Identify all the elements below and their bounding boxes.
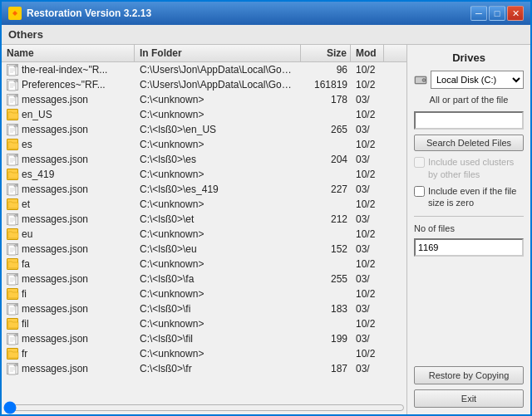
cell-modified: 10/2 (351, 317, 384, 330)
cell-modified: 03/ (351, 93, 384, 106)
table-row[interactable]: messages.jsonC:\<lsß0>\en_US26503/ (2, 122, 406, 137)
cell-size (301, 323, 351, 325)
drives-title: Drives (414, 51, 524, 64)
cell-name-text: the-real-index~"R... (22, 64, 107, 76)
cell-size (301, 203, 351, 205)
cell-size (301, 293, 351, 295)
cell-folder: C:\Users\Jon\AppData\Local\Google\... (135, 63, 301, 76)
cell-folder: C:\<unknown> (135, 347, 301, 360)
cell-modified: 10/2 (351, 228, 384, 241)
folder-icon (7, 288, 18, 300)
file-label: All or part of the file (414, 94, 524, 106)
cell-name-text: messages.json (22, 273, 88, 285)
cell-name-text: fil (22, 318, 29, 330)
file-search-input[interactable] (414, 111, 524, 130)
folder-icon (7, 228, 18, 240)
table-row[interactable]: messages.jsonC:\<lsß0>\fil19903/ (2, 331, 406, 346)
table-row[interactable]: messages.jsonC:\<lsß0>\fr18703/ (2, 361, 406, 376)
cell-name: en_US (2, 108, 135, 121)
table-row[interactable]: messages.jsonC:\<unknown>17803/ (2, 92, 406, 107)
cell-size: 255 (301, 272, 351, 286)
table-row[interactable]: en_USC:\<unknown>10/2 (2, 107, 406, 122)
column-folder[interactable]: In Folder (135, 45, 301, 61)
drive-row: Local Disk (C:) (414, 71, 524, 89)
cell-name-text: en_US (22, 109, 52, 120)
cell-size: 178 (301, 93, 351, 106)
drive-select[interactable]: Local Disk (C:) (431, 71, 524, 89)
table-row[interactable]: etC:\<unknown>10/2 (2, 197, 406, 212)
search-button[interactable]: Search Deleted Files (414, 135, 524, 151)
cell-folder: C:\<unknown> (135, 287, 301, 301)
table-row[interactable]: messages.jsonC:\<lsß0>\et21203/ (2, 212, 406, 227)
file-icon (7, 213, 18, 225)
cell-modified: 03/ (351, 362, 384, 375)
table-row[interactable]: messages.jsonC:\<lsß0>\fi18303/ (2, 301, 406, 316)
cell-size (301, 144, 351, 145)
table-row[interactable]: faC:\<unknown>10/2 (2, 257, 406, 272)
file-icon (7, 64, 18, 76)
file-icon (7, 273, 18, 285)
cell-size: 204 (301, 153, 351, 166)
table-row[interactable]: messages.jsonC:\<lsß0>\es_41922703/ (2, 182, 406, 197)
title-controls: ─ □ ✕ (470, 6, 524, 21)
table-row[interactable]: frC:\<unknown>10/2 (2, 346, 406, 361)
cell-name: messages.json (2, 123, 135, 136)
cell-name-text: fr (22, 348, 27, 360)
file-icon (7, 124, 18, 135)
cell-name: messages.json (2, 183, 135, 196)
drive-icon (414, 73, 427, 86)
cell-folder: C:\<unknown> (135, 257, 301, 271)
exit-button[interactable]: Exit (414, 389, 524, 408)
cell-modified: 10/2 (351, 63, 384, 76)
svg-point-52 (423, 80, 425, 81)
cell-folder: C:\<lsß0>\es_419 (135, 183, 301, 196)
table-row[interactable]: fiC:\<unknown>10/2 (2, 286, 406, 301)
cell-size: 227 (301, 183, 351, 196)
cell-name: es (2, 138, 135, 151)
table-row[interactable]: filC:\<unknown>10/2 (2, 316, 406, 331)
maximize-button[interactable]: □ (489, 6, 505, 21)
column-size[interactable]: Size (301, 45, 351, 61)
cell-size: 212 (301, 213, 351, 226)
file-list-body[interactable]: the-real-index~"R...C:\Users\Jon\AppData… (2, 62, 406, 401)
table-row[interactable]: the-real-index~"R...C:\Users\Jon\AppData… (2, 62, 406, 77)
cell-folder: C:\<unknown> (135, 168, 301, 181)
divider (414, 216, 524, 217)
horizontal-scrollbar[interactable] (3, 403, 405, 413)
column-name[interactable]: Name (2, 45, 135, 61)
cell-modified: 03/ (351, 332, 384, 345)
table-row[interactable]: messages.jsonC:\<lsß0>\eu15203/ (2, 242, 406, 257)
cell-modified: 03/ (351, 153, 384, 166)
cell-folder: C:\<lsß0>\fi (135, 302, 301, 316)
close-button[interactable]: ✕ (507, 6, 524, 21)
cell-folder: C:\<unknown> (135, 108, 301, 121)
cell-name-text: Preferences~"RF... (22, 79, 106, 91)
no-files-input[interactable] (414, 238, 524, 257)
section-label: Others (8, 28, 43, 41)
include-used-checkbox[interactable] (414, 157, 425, 168)
no-files-label: No of files (414, 223, 524, 233)
cell-name: messages.json (2, 332, 135, 345)
table-row[interactable]: Preferences~"RF...C:\Users\Jon\AppData\L… (2, 77, 406, 92)
restore-button[interactable]: Restore by Copying (414, 366, 524, 384)
table-row[interactable]: messages.jsonC:\<lsß0>\fa25503/ (2, 272, 406, 286)
table-row[interactable]: es_419C:\<unknown>10/2 (2, 167, 406, 182)
cell-folder: C:\<unknown> (135, 198, 301, 211)
minimize-button[interactable]: ─ (470, 6, 487, 21)
cell-modified: 10/2 (351, 78, 384, 91)
cell-name: the-real-index~"R... (2, 63, 135, 76)
table-row[interactable]: euC:\<unknown>10/2 (2, 227, 406, 242)
table-row[interactable]: esC:\<unknown>10/2 (2, 137, 406, 152)
cell-size: 152 (301, 242, 351, 256)
folder-icon (7, 198, 18, 210)
file-icon (7, 303, 18, 315)
cell-name: messages.json (2, 93, 135, 106)
column-modified[interactable]: Mod (351, 45, 384, 61)
table-row[interactable]: messages.jsonC:\<lsß0>\es20403/ (2, 152, 406, 167)
cell-name-text: es_419 (22, 169, 54, 180)
cell-name-text: messages.json (22, 154, 88, 165)
cell-folder: C:\<unknown> (135, 93, 301, 106)
cell-name: messages.json (2, 272, 135, 286)
include-zero-checkbox[interactable] (414, 186, 425, 197)
cell-folder: C:\<unknown> (135, 228, 301, 241)
